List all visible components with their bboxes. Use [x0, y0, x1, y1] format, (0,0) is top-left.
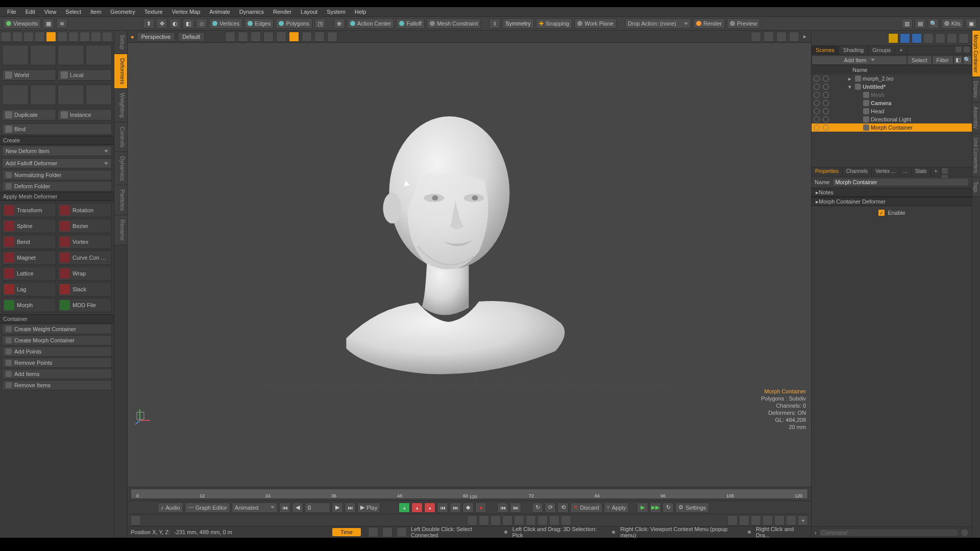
vtab-dynamics[interactable]: Dynamics	[114, 152, 127, 185]
mdd-deformer[interactable]: MDD File	[58, 298, 112, 312]
new-deform-dropdown[interactable]: New Deform Item	[2, 146, 112, 156]
snap-ic-2[interactable]	[479, 515, 489, 525]
play-button[interactable]: ▶ Play	[357, 503, 380, 513]
menu-help[interactable]: Help	[351, 8, 371, 16]
visibility-icon[interactable]	[814, 92, 820, 98]
add-points[interactable]: Add Points	[2, 346, 112, 357]
menu-file[interactable]: File	[3, 8, 20, 16]
bind-button[interactable]: Bind	[2, 123, 112, 135]
rz-icon-3[interactable]	[912, 33, 922, 43]
menu-layout[interactable]: Layout	[297, 8, 322, 16]
tool-ic-8[interactable]	[80, 32, 90, 42]
vtab-setup[interactable]: Setup	[114, 31, 127, 54]
vtab-display[interactable]: Display	[972, 77, 980, 103]
menu-render[interactable]: Render	[269, 8, 296, 16]
vp-opt-1[interactable]	[225, 32, 235, 42]
snap-ic-7[interactable]	[537, 515, 548, 525]
status-ic-2[interactable]	[382, 527, 393, 537]
tab-more[interactable]: ...	[899, 167, 911, 176]
select-edges[interactable]: Edges	[244, 18, 274, 29]
panel-icon-1[interactable]: ▥	[901, 18, 913, 29]
vtab-rename[interactable]: Rename	[114, 215, 127, 245]
lag-deformer[interactable]: Lag	[2, 282, 56, 296]
create-morph-container[interactable]: Create Morph Container	[2, 335, 112, 345]
last-frame-button[interactable]: ⏭	[345, 503, 356, 513]
menu-select[interactable]: Select	[61, 8, 85, 16]
vp-opt-9[interactable]	[327, 32, 337, 42]
visibility-icon[interactable]	[814, 124, 820, 131]
visibility-icon[interactable]	[814, 108, 820, 114]
key-icon-3[interactable]: ⬥	[424, 503, 435, 513]
time-button[interactable]: Time	[332, 528, 361, 536]
filter-search-icon[interactable]: 🔍	[963, 56, 972, 65]
vtab-tags[interactable]: Tags	[972, 178, 980, 197]
vp-rot-icon[interactable]	[764, 32, 774, 42]
scale-tool-icon[interactable]: ◧	[183, 18, 194, 29]
tool-ic-10[interactable]	[102, 32, 112, 42]
snap-r-6[interactable]	[786, 515, 796, 525]
vortex-deformer[interactable]: Vortex	[58, 235, 112, 249]
spline-deformer[interactable]: Spline	[2, 219, 56, 233]
name-input[interactable]	[832, 178, 969, 186]
snap-ic-5[interactable]	[514, 515, 524, 525]
tree-item-camera[interactable]: Camera	[812, 99, 972, 107]
vtab-controls[interactable]: Controls	[114, 122, 127, 152]
add-item-dropdown[interactable]: Add Item	[812, 56, 907, 65]
scene-tree[interactable]: Name ▸morph_2.lxo▾Untitled*MeshCameraHea…	[812, 65, 972, 167]
visibility-icon[interactable]	[814, 76, 820, 82]
status-ic-3[interactable]	[397, 527, 407, 537]
visibility-icon[interactable]	[814, 100, 820, 106]
instance-button[interactable]: Instance	[58, 109, 112, 120]
key-icon-4[interactable]: ◆	[462, 503, 474, 513]
tool-ic-3[interactable]	[23, 32, 34, 42]
cycle-icon-2[interactable]: ⟲	[557, 503, 569, 513]
add-items[interactable]: Add Items	[2, 369, 112, 379]
tab-vertex[interactable]: Vertex ...	[872, 167, 899, 176]
vp-gear-icon[interactable]	[789, 32, 799, 42]
slack-deformer[interactable]: Slack	[58, 282, 112, 296]
remove-points[interactable]: Remove Points	[2, 358, 112, 368]
snap-r-2[interactable]	[739, 515, 749, 525]
render-vis-icon[interactable]	[823, 100, 829, 106]
move-tool-icon[interactable]: ✥	[156, 18, 167, 29]
key-icon-2[interactable]: ⬥	[411, 503, 423, 513]
gizmo-icon-1[interactable]	[2, 85, 29, 105]
tree-item-morph-2-lxo[interactable]: ▸morph_2.lxo	[812, 74, 972, 83]
rz-icon-5[interactable]	[935, 33, 945, 43]
add-falloff-dropdown[interactable]: Add Falloff Deformer	[2, 158, 112, 168]
wrap-deformer[interactable]: Wrap	[58, 266, 112, 281]
menu-system[interactable]: System	[323, 8, 350, 16]
timeline[interactable]: 01224 364860 728496 108120 120	[128, 487, 811, 501]
kits-button[interactable]: Kits	[941, 18, 964, 29]
vp-opt-2[interactable]	[238, 32, 248, 42]
viewport-3d[interactable]: Morph Container Polygons : Subdiv Channe…	[128, 43, 811, 487]
viewport-shading[interactable]: Default	[178, 32, 205, 41]
notes-section[interactable]: ▸ Notes	[812, 188, 972, 197]
transform-tool-icon[interactable]: ◇	[196, 18, 207, 29]
vp-opt-3[interactable]	[251, 32, 261, 42]
render-vis-icon[interactable]	[823, 116, 829, 122]
current-frame-field[interactable]: 0	[305, 503, 330, 513]
menu-animate[interactable]: Animate	[205, 8, 234, 16]
render-vis-icon[interactable]	[823, 108, 829, 114]
vtab-deformers[interactable]: Deformers	[114, 54, 127, 89]
layout-icon-1[interactable]: ▦	[43, 18, 54, 29]
create-weight-container[interactable]: Create Weight Container	[2, 324, 112, 334]
rz-icon-4[interactable]	[923, 33, 934, 43]
menu-view[interactable]: View	[40, 8, 61, 16]
pref-icon-1[interactable]: ▶	[637, 503, 648, 513]
layout-icon-2[interactable]: ≋	[56, 18, 67, 29]
apply-button[interactable]: ▾ Apply	[604, 503, 629, 513]
preview-button[interactable]: Preview	[727, 18, 760, 29]
rz-icon-2[interactable]	[900, 33, 910, 43]
tree-item-head[interactable]: Head	[812, 107, 972, 115]
render-button[interactable]: Render	[693, 18, 725, 29]
tab-shading[interactable]: Shading	[839, 46, 868, 55]
menu-texture[interactable]: Texture	[140, 8, 167, 16]
search-icon[interactable]: 🔍	[928, 18, 939, 29]
vtab-particles[interactable]: Particles	[114, 185, 127, 215]
sym-icon[interactable]: ⦀	[489, 18, 500, 29]
viewport-type[interactable]: Perspective	[137, 32, 175, 41]
tab-stats[interactable]: Stats	[912, 167, 931, 176]
magnet-deformer[interactable]: Magnet	[2, 251, 56, 265]
